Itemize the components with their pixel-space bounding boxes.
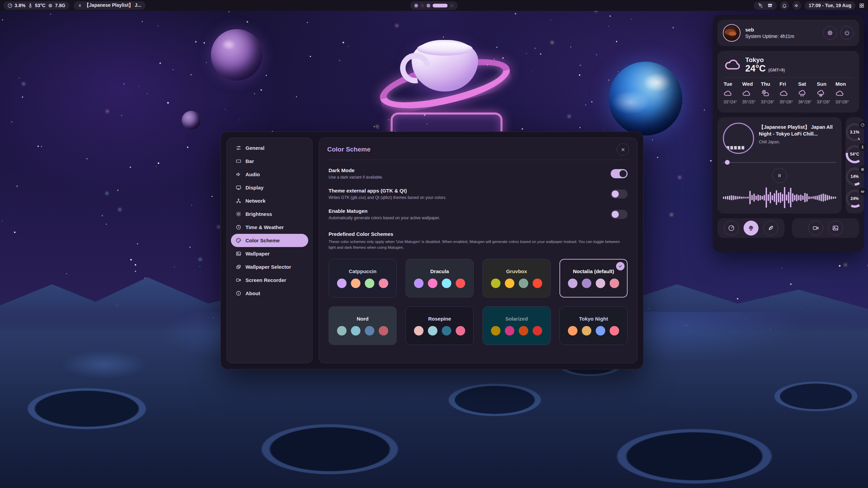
workspace-5[interactable] — [450, 4, 454, 7]
scheme-card-noctalia-default[interactable]: Noctalia (default) — [559, 259, 628, 298]
scheme-color-dots — [414, 326, 465, 336]
scales-icon — [748, 225, 754, 231]
media-progress-slider[interactable] — [723, 160, 836, 165]
video-button[interactable] — [808, 221, 823, 236]
color-dot — [428, 326, 437, 336]
visualizer-bar — [788, 192, 789, 203]
quick-buttons-row — [717, 218, 859, 238]
color-dot — [596, 279, 605, 288]
scales-button[interactable] — [744, 221, 758, 236]
audio-visualizer — [723, 187, 836, 208]
scheme-card-tokyo-night[interactable]: Tokyo Night — [559, 306, 628, 345]
power-button[interactable] — [840, 26, 854, 40]
temperature-value: 53°C — [35, 3, 45, 8]
scheme-card-solarized[interactable]: Solarized — [482, 306, 551, 345]
scheme-card-gruvbox[interactable]: Gruvbox — [482, 259, 551, 298]
topbar-right: 17:09 - Tue, 19 Aug — [754, 1, 865, 10]
visualizer-bar — [831, 196, 832, 199]
scheme-name: Nord — [357, 316, 369, 322]
workspace-3[interactable] — [427, 4, 430, 7]
pause-button[interactable] — [772, 168, 787, 183]
sidebar-item-network[interactable]: Network — [231, 194, 308, 207]
gauge-gauge: 3.1% — [846, 123, 864, 141]
color-dot — [456, 279, 465, 288]
sidebar-item-screen-recorder[interactable]: Screen Recorder — [231, 273, 308, 287]
tray-image-icon[interactable] — [767, 3, 773, 8]
weather-forecast: Tue 33°/24°Wed 35°/25°Thu 33°/26°Fri 35°… — [723, 81, 854, 104]
visualizer-bar — [725, 196, 726, 199]
system-stats-pill[interactable]: 3.8% 53°C 7.8G — [3, 1, 70, 10]
color-dot — [519, 326, 528, 336]
gauge-button[interactable] — [724, 221, 739, 236]
workspace-2[interactable] — [420, 4, 424, 7]
sidebar-item-time-weather[interactable]: Time & Weather — [231, 221, 308, 234]
top-bar: 3.8% 53°C 7.8G 【Japanese Playlist】 J... … — [0, 0, 868, 11]
clock-pill[interactable]: 17:09 - Tue, 19 Aug — [805, 1, 855, 10]
dashboard-grid-icon[interactable] — [859, 3, 865, 8]
sidebar-item-general[interactable]: General — [231, 141, 308, 155]
forecast-day-label: Wed — [742, 81, 753, 87]
toggle-theme-external-apps-gtk-qt[interactable] — [611, 189, 628, 199]
toggle-enable-matugen[interactable] — [611, 210, 628, 219]
visualizer-bar — [768, 194, 769, 201]
color-dot — [456, 326, 465, 336]
visualizer-bar — [743, 197, 745, 199]
tray-cursor-icon[interactable] — [758, 3, 763, 8]
sidebar-item-about[interactable]: About — [231, 287, 308, 300]
visualizer-bar — [778, 193, 779, 202]
forecast-temps: 36°/26° — [798, 100, 812, 104]
sidebar-item-color-scheme[interactable]: Color Scheme — [231, 234, 308, 247]
chip-icon — [48, 3, 53, 8]
sidebar-item-wallpaper-selector[interactable]: Wallpaper Selector — [231, 260, 308, 273]
sidebar-item-label: Wallpaper Selector — [245, 264, 291, 270]
setting-description: Writes GTK (gtk.css) and Qt (qt6ct) them… — [329, 195, 447, 200]
setting-row-theme-external-apps-gtk-qt: Theme external apps (GTK & Qt) Writes GT… — [329, 188, 628, 200]
system-uptime: System Uptime: 4h11m — [745, 34, 794, 39]
video-icon — [236, 277, 241, 283]
sidebar-item-label: Network — [245, 198, 265, 204]
notifications-button[interactable] — [780, 1, 789, 10]
system-tray — [754, 1, 777, 10]
setting-description: Use a dark variant if available. — [329, 175, 383, 180]
cloud-icon — [780, 89, 788, 97]
workspace-indicator[interactable] — [410, 1, 458, 10]
sidebar-item-brightness[interactable]: Brightness — [231, 207, 308, 221]
visualizer-bar — [823, 194, 824, 202]
sidebar-item-bar[interactable]: Bar — [231, 155, 308, 168]
user-name: seb — [745, 27, 794, 33]
workspace-4-active[interactable] — [433, 4, 448, 7]
sidebar-item-audio[interactable]: Audio — [231, 168, 308, 181]
scheme-card-nord[interactable]: Nord — [329, 306, 397, 345]
brightness-icon — [236, 211, 241, 217]
visualizer-bar — [757, 195, 759, 201]
forecast-temps: 33°/26° — [835, 100, 849, 104]
volume-button[interactable] — [792, 1, 801, 10]
close-button[interactable] — [617, 143, 629, 156]
forecast-day-wed: Wed 35°/25° — [742, 81, 760, 104]
scheme-card-rosepine[interactable]: Rosepine — [406, 306, 474, 345]
scheme-card-dracula[interactable]: Dracula — [406, 259, 474, 298]
color-dot — [365, 279, 374, 288]
pause-icon — [777, 173, 782, 178]
toggle-dark-mode[interactable] — [611, 169, 628, 178]
forecast-day-sun: Sun 33°/26° — [817, 81, 834, 104]
section-description: These color schemes only apply when 'Use… — [329, 239, 628, 251]
leaf-button[interactable] — [763, 221, 778, 236]
settings-button[interactable] — [823, 26, 837, 40]
scheme-card-catppuccin[interactable]: Catppuccin — [329, 259, 397, 298]
visualizer-bar — [833, 197, 834, 199]
workspace-1[interactable] — [414, 4, 418, 7]
media-pill[interactable]: 【Japanese Playlist】 J... — [74, 1, 145, 10]
settings-window: GeneralBarAudioDisplayNetworkBrightnessT… — [220, 131, 644, 369]
visualizer-bar — [796, 194, 797, 201]
divider — [724, 77, 853, 78]
content-header: Color Scheme — [319, 138, 637, 160]
media-row: 【Japanese Playlist】 Japan All Night - To… — [717, 117, 859, 214]
sidebar-item-display[interactable]: Display — [231, 181, 308, 194]
cpu-stat: 3.8% — [7, 3, 25, 8]
image-button[interactable] — [828, 221, 843, 236]
slider-knob[interactable] — [725, 160, 730, 165]
sidebar-item-wallpaper[interactable]: Wallpaper — [231, 247, 308, 260]
forecast-day-thu: Thu 33°/26° — [761, 81, 778, 104]
earth-planet — [609, 62, 683, 136]
